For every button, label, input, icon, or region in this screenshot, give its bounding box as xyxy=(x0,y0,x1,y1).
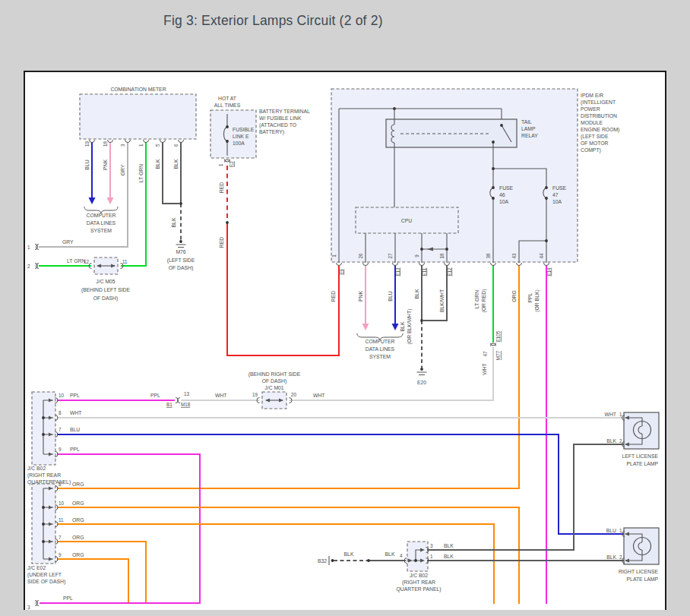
ground-m76-loc2: OF DASH) xyxy=(169,265,193,271)
ipdm-er: IPDM E/R (INTELLIGENT POWER DISTRIBUTION… xyxy=(331,89,620,263)
jc-b02u-caption1: J/C B02 xyxy=(27,466,46,471)
hot-at-line2: ALL TIMES xyxy=(214,103,241,108)
meter-pin-6: 6 xyxy=(173,144,179,147)
cdl-meter-line1: COMPUTER xyxy=(87,213,116,218)
ipdm-caption-3: POWER xyxy=(581,106,600,112)
right-lamp-caption1: RIGHT LICENSE xyxy=(619,569,658,574)
jc-e02-pin-11: 11 xyxy=(59,517,64,523)
label-ppl-b: PPL xyxy=(150,393,160,398)
meter-pin-5: 5 xyxy=(155,144,160,147)
ipdm-caption-8: OF MOTOR xyxy=(581,141,609,146)
meter-pin-1: 1 xyxy=(138,144,144,147)
label-blkwht-ipdm: BLK/WHT xyxy=(439,289,445,312)
label-red-ipdm: RED xyxy=(331,291,336,302)
conn-e105: E105 xyxy=(495,330,501,342)
jc-m01-pin-20: 20 xyxy=(291,392,297,397)
jc-m05-pin-11: 11 xyxy=(122,259,128,264)
label-ppl-row9: PPL xyxy=(70,447,80,452)
label-org-1: ORG xyxy=(72,482,84,487)
label-blk-out1: BLK xyxy=(444,554,454,559)
conn-m18-pin-13: 13 xyxy=(184,391,190,396)
label-blk5: BLK xyxy=(155,159,160,169)
fuse47-line3: 10A xyxy=(552,199,562,204)
ground-b32-name: B32 xyxy=(318,558,327,564)
jc-e02-caption2: (UNDER LEFT xyxy=(27,572,62,578)
label-blu: BLU xyxy=(84,160,90,169)
jc-e02-pin-9: 9 xyxy=(59,552,62,558)
ipdm-pin-1: 1 xyxy=(331,254,337,257)
jc-m01-loc1: (BEHIND RIGHT SIDE xyxy=(248,371,301,377)
fusible-link-line1: FUSIBLE xyxy=(233,127,255,132)
jc-m01-pin-19: 19 xyxy=(252,392,258,397)
jc-m05-loc1: (BEHIND LEFT SIDE xyxy=(81,287,131,293)
jc-m01-name: J/C M01 xyxy=(264,385,284,390)
battery-note-line1: BATTERY TERMINAL xyxy=(259,109,310,114)
edge-pin-2: 2 xyxy=(27,264,30,269)
ipdm-caption-4: DISTRIBUTION xyxy=(581,113,617,118)
conn-m18: M18 xyxy=(181,402,191,407)
label-wht-m77: WHT xyxy=(482,363,487,374)
label-blu-row7: BLU xyxy=(70,427,80,432)
conn-b1: B1 xyxy=(166,402,172,407)
label-blk-a: BLK xyxy=(344,551,354,557)
ipdm-pin-38: 38 xyxy=(486,253,491,259)
label-blk-out3: BLK xyxy=(444,543,454,548)
ipdm-caption-6: ENGINE ROOM) xyxy=(581,127,619,133)
fusible-link-line2: LINK E xyxy=(233,134,249,139)
left-lamp-caption1: LEFT LICENSE xyxy=(622,453,659,459)
combination-meter-box xyxy=(80,94,196,139)
label-ltgrn-alt: (OR RED) xyxy=(481,289,487,313)
left-lamp-caption2: PLATE LAMP xyxy=(627,461,659,466)
ipdm-caption-1: IPDM E/R xyxy=(581,93,603,98)
fuse46-line3: 10A xyxy=(499,199,509,204)
ipdm-pin-9: 9 xyxy=(414,254,419,257)
jc-b02u-pin-10: 10 xyxy=(59,393,65,398)
left-lamp-blk: BLK xyxy=(606,438,616,444)
label-blk-b: BLK xyxy=(385,551,395,557)
label-gnd-blk: BLK xyxy=(400,321,405,331)
fusible-link-line3: 100A xyxy=(233,141,245,146)
relay-label-3: RELAY xyxy=(521,133,538,138)
fuse47-line1: FUSE xyxy=(552,185,567,191)
label-org-5: ORG xyxy=(72,552,84,558)
ipdm-pin-43: 43 xyxy=(511,253,517,259)
combination-meter-label: COMBINATION METER xyxy=(110,87,166,92)
label-pnk: PNK xyxy=(103,160,108,170)
label-ppl-alt: (OR BLK) xyxy=(534,289,540,311)
cdl-ipdm-line1: COMPUTER xyxy=(366,339,395,344)
cdl-ipdm-line3: SYSTEM xyxy=(369,354,391,359)
ipdm-pin-27: 27 xyxy=(388,253,393,259)
edge-label-gry: GRY xyxy=(62,239,74,245)
meter-pin-19: 19 xyxy=(84,141,90,147)
ipdm-caption-7: (LEFT SIDE xyxy=(581,134,609,140)
label-blk6: BLK xyxy=(173,159,179,169)
edge-pin-1: 1 xyxy=(27,245,30,250)
edge-label-ppl: PPL xyxy=(63,595,73,601)
jc-e02-pin-10: 10 xyxy=(59,501,65,506)
ipdm-pin-18: 18 xyxy=(439,253,445,259)
jc-e02-caption3: SIDE OF DASH) xyxy=(27,579,65,585)
label-ppl-a: PPL xyxy=(70,393,80,398)
fuse46-line2: 46 xyxy=(499,192,505,197)
cdl-meter-line3: SYSTEM xyxy=(90,228,112,233)
ipdm-pin-26: 26 xyxy=(358,253,363,259)
label-gnd-blkwht: (OR BLK/WHT) xyxy=(407,309,413,345)
fuse47-line2: 47 xyxy=(552,192,559,197)
label-gry: GRY xyxy=(120,164,125,175)
ipdm-caption-2: (INTELLIGENT xyxy=(581,100,616,106)
jc-b02l-pin-4: 4 xyxy=(400,553,403,558)
conn-m77: M77 xyxy=(495,350,501,360)
left-lamp-wht: WHT xyxy=(605,412,616,417)
jc-m05-name: J/C M05 xyxy=(96,279,116,284)
label-ltgrn-ipdm: LT GRN xyxy=(474,290,480,308)
edge-label-ltgrn: LT GRN xyxy=(67,258,85,264)
label-blk-gnd: BLK xyxy=(171,217,176,227)
label-wht-a: WHT xyxy=(215,393,226,398)
right-lamp-caption2: PLATE LAMP xyxy=(627,577,659,582)
label-pnk-ipdm: PNK xyxy=(358,291,363,302)
jc-m05-loc2: OF DASH) xyxy=(93,295,118,302)
jc-b02-lower-box xyxy=(407,542,428,571)
ipdm-caption-5: MODULE xyxy=(581,120,603,125)
wiring-diagram-page: Fig 3: Exterior Lamps Circuit (2 of 2) C… xyxy=(0,0,690,616)
jc-b02l-pin-1: 1 xyxy=(430,554,433,559)
